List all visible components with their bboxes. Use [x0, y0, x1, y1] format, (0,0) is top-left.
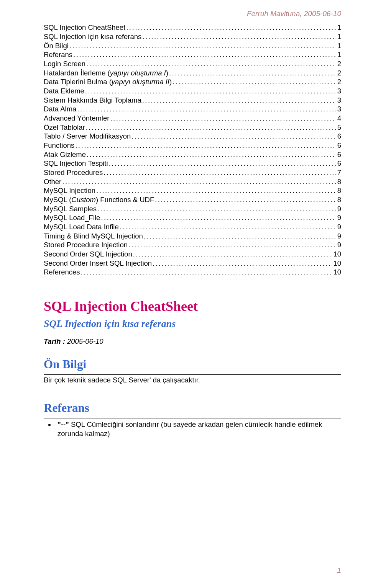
toc-leader-dots	[128, 240, 336, 250]
toc-page-number: 9	[336, 213, 341, 222]
divider	[44, 418, 341, 418]
toc-row: Data Ekleme3	[44, 87, 341, 96]
toc-label: Other	[44, 177, 61, 186]
toc-label: Data Alma	[44, 105, 76, 114]
toc-page-number: 6	[336, 150, 341, 159]
toc-leader-dots	[74, 141, 335, 150]
toc-label: SQL Injection CheatSheet	[44, 23, 125, 32]
ref-quote: "--"	[58, 420, 69, 428]
toc-leader-dots	[86, 150, 336, 159]
toc-page-number: 9	[336, 232, 341, 241]
toc-row: Login Screen2	[44, 59, 341, 69]
toc-page-number: 3	[336, 87, 341, 96]
toc-leader-dots	[97, 204, 336, 214]
toc-label: MySQL Load_File	[44, 213, 100, 222]
toc-label: References	[44, 268, 80, 277]
toc-label: Timing & Blind MySQL Injection	[44, 232, 143, 241]
toc-page-number: 6	[336, 159, 341, 168]
toc-row: Data Alma3	[44, 105, 341, 114]
table-of-contents: SQL Injection CheatSheet1SQL Injection i…	[44, 23, 341, 277]
toc-leader-dots	[108, 159, 336, 168]
toc-leader-dots	[168, 69, 336, 78]
toc-row: Özel Tablolar5	[44, 123, 341, 132]
toc-page-number: 6	[336, 132, 341, 141]
subheading-kisa-referans: SQL Injection için kısa referans	[44, 317, 341, 330]
toc-page-number: 8	[336, 186, 341, 195]
toc-label: MySQL Samples	[44, 204, 97, 214]
toc-label: Referans	[44, 50, 72, 59]
toc-page-number: 9	[336, 204, 341, 214]
toc-row: SQL Injection Tespiti6	[44, 159, 341, 168]
toc-leader-dots	[95, 186, 336, 195]
toc-row: Second Order SQL Injection10	[44, 250, 341, 259]
toc-leader-dots	[80, 268, 332, 277]
toc-page-number: 8	[336, 177, 341, 186]
toc-label: MySQL Load Data Infile	[44, 222, 119, 232]
toc-leader-dots	[84, 87, 336, 96]
toc-leader-dots	[100, 213, 335, 222]
heading-referans: Referans	[44, 400, 341, 416]
toc-row: MySQL Load_File9	[44, 213, 341, 222]
toc-label: Stored Procedure Injection	[44, 240, 128, 250]
toc-label: Ön Bilgi	[44, 41, 69, 51]
divider	[44, 374, 341, 375]
toc-label: Tablo / Server Modifikasyon	[44, 132, 131, 141]
toc-label: Sistem Hakkında Bilgi Toplama	[44, 96, 141, 105]
toc-page-number: 2	[336, 69, 341, 78]
toc-page-number: 1	[336, 41, 341, 51]
toc-label: Stored Procedures	[44, 168, 103, 177]
toc-leader-dots	[119, 222, 336, 232]
toc-page-number: 6	[336, 141, 341, 150]
toc-leader-dots	[125, 23, 335, 32]
toc-leader-dots	[131, 132, 335, 141]
heading-on-bilgi: Ön Bilgi	[44, 357, 341, 372]
toc-label: Login Screen	[44, 59, 85, 69]
toc-row: MySQL (Custom) Functions & UDF8	[44, 195, 341, 204]
toc-page-number: 10	[332, 250, 341, 259]
toc-leader-dots	[132, 250, 332, 259]
header-author: Ferruh Mavituna, 2005-06-10	[247, 10, 341, 18]
toc-label: Second Order SQL Injection	[44, 250, 132, 259]
toc-leader-dots	[172, 77, 336, 87]
toc-label: Özel Tablolar	[44, 123, 85, 132]
toc-row: Second Order Insert SQL Injection10	[44, 259, 341, 268]
toc-row: SQL Injection için kısa referans1	[44, 32, 341, 41]
toc-leader-dots	[72, 50, 336, 59]
toc-label: Second Order Insert SQL Injection	[44, 259, 152, 268]
toc-leader-dots	[143, 232, 336, 241]
toc-row: Atak Gizleme6	[44, 150, 341, 159]
toc-row: Functions6	[44, 141, 341, 150]
toc-label: MySQL Injection	[44, 186, 95, 195]
toc-label: Atak Gizleme	[44, 150, 86, 159]
toc-row: Tablo / Server Modifikasyon6	[44, 132, 341, 141]
toc-row: Ön Bilgi1	[44, 41, 341, 51]
toc-page-number: 3	[336, 96, 341, 105]
toc-page-number: 8	[336, 195, 341, 204]
referans-list: "--" SQL Cümleciğini sonlandırır (bu say…	[55, 420, 341, 438]
toc-row: Stored Procedures7	[44, 168, 341, 177]
toc-row: References10	[44, 268, 341, 277]
toc-page-number: 2	[336, 59, 341, 69]
toc-label: Data Ekleme	[44, 87, 84, 96]
toc-row: Sistem Hakkında Bilgi Toplama3	[44, 96, 341, 105]
toc-page-number: 10	[332, 268, 341, 277]
toc-label: SQL Injection için kısa referans	[44, 32, 141, 41]
toc-leader-dots	[141, 32, 335, 41]
toc-page-number: 4	[336, 114, 341, 123]
toc-page-number: 1	[336, 32, 341, 41]
toc-leader-dots	[69, 41, 336, 51]
list-item: "--" SQL Cümleciğini sonlandırır (bu say…	[55, 420, 341, 438]
toc-row: MySQL Injection8	[44, 186, 341, 195]
toc-row: SQL Injection CheatSheet1	[44, 23, 341, 32]
toc-row: Referans1	[44, 50, 341, 59]
toc-page-number: 7	[336, 168, 341, 177]
toc-page-number: 10	[332, 259, 341, 268]
toc-page-number: 9	[336, 222, 341, 232]
toc-label: Advanced Yöntemler	[44, 114, 109, 123]
toc-row: Advanced Yöntemler4	[44, 114, 341, 123]
toc-leader-dots	[152, 259, 332, 268]
toc-row: MySQL Load Data Infile9	[44, 222, 341, 232]
toc-page-number: 1	[336, 50, 341, 59]
toc-leader-dots	[154, 195, 336, 204]
toc-leader-dots	[85, 123, 336, 132]
